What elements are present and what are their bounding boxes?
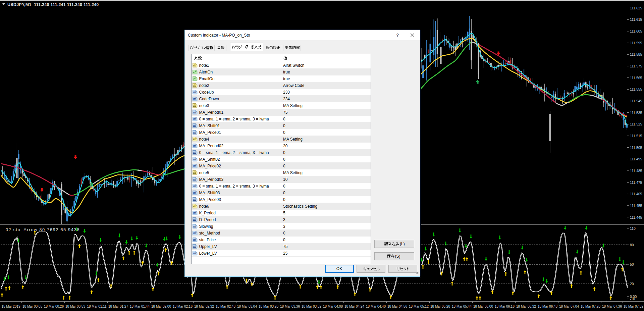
- svg-text:123: 123: [193, 218, 196, 221]
- svg-text:111.605: 111.605: [630, 29, 642, 33]
- svg-text:15 Mar 2019: 15 Mar 2019: [1, 305, 20, 308]
- svg-text:123: 123: [193, 252, 196, 254]
- svg-text:18 Mar 01:11: 18 Mar 01:11: [87, 305, 107, 308]
- svg-text:123: 123: [193, 124, 196, 127]
- svg-text:111.555: 111.555: [630, 87, 642, 91]
- svg-text:18 Mar 04:40: 18 Mar 04:40: [366, 305, 386, 308]
- svg-text:18 Mar 06:32: 18 Mar 06:32: [516, 305, 536, 308]
- svg-text:123: 123: [193, 185, 196, 187]
- svg-text:111.625: 111.625: [630, 6, 642, 10]
- svg-text:123: 123: [193, 232, 196, 234]
- svg-text:111.495: 111.495: [630, 157, 642, 161]
- svg-text:18 Mar 07:52: 18 Mar 07:52: [624, 305, 643, 308]
- svg-text:18 Mar 02:16: 18 Mar 02:16: [173, 305, 193, 308]
- svg-text:18 Mar 04:24: 18 Mar 04:24: [344, 305, 364, 308]
- svg-text:_02.sto_Arrow 80.7692 65.9438: _02.sto_Arrow 80.7692 65.9438: [2, 227, 80, 232]
- svg-text:111.545: 111.545: [630, 99, 642, 103]
- svg-text:111.455: 111.455: [630, 204, 642, 208]
- svg-text:18 Mar 06:00: 18 Mar 06:00: [473, 305, 493, 308]
- svg-text:111.575: 111.575: [630, 64, 642, 68]
- svg-text:123: 123: [193, 151, 196, 154]
- svg-text:ab: ab: [193, 138, 196, 141]
- svg-text:123: 123: [193, 212, 196, 214]
- svg-text:18 Mar 06:16: 18 Mar 06:16: [495, 305, 515, 308]
- svg-text:123: 123: [193, 198, 196, 201]
- svg-text:18 Mar 07:20: 18 Mar 07:20: [581, 305, 600, 308]
- svg-text:123: 123: [193, 118, 196, 120]
- svg-text:123: 123: [193, 145, 196, 147]
- svg-text:18 Mar 05:28: 18 Mar 05:28: [430, 305, 450, 308]
- svg-text:18 Mar 05:44: 18 Mar 05:44: [452, 305, 472, 308]
- svg-text:111.565: 111.565: [630, 76, 642, 80]
- svg-text:18 Mar 03:36: 18 Mar 03:36: [280, 305, 300, 308]
- svg-text:123: 123: [193, 245, 196, 248]
- svg-text:111.615: 111.615: [630, 17, 642, 21]
- svg-text:123: 123: [193, 225, 196, 227]
- svg-text:18 Mar 00:26: 18 Mar 00:26: [44, 305, 64, 308]
- svg-text:ab: ab: [193, 205, 196, 208]
- svg-text:111.445: 111.445: [630, 215, 642, 219]
- svg-text:18 Mar 03:04: 18 Mar 03:04: [237, 305, 257, 308]
- svg-text:123: 123: [193, 165, 196, 167]
- svg-text:18 Mar 00:05: 18 Mar 00:05: [22, 305, 42, 308]
- svg-text:123: 123: [193, 192, 196, 194]
- svg-text:18 Mar 04:56: 18 Mar 04:56: [387, 305, 407, 308]
- svg-text:111.525: 111.525: [630, 122, 642, 126]
- svg-text:111.475: 111.475: [630, 180, 642, 185]
- svg-text:18 Mar 02:48: 18 Mar 02:48: [216, 305, 235, 308]
- svg-text:18 Mar 04:08: 18 Mar 04:08: [323, 305, 343, 308]
- svg-text:18 Mar 00:53: 18 Mar 00:53: [65, 305, 85, 308]
- svg-text:111.585: 111.585: [630, 52, 642, 56]
- svg-text:USDJPY,M1 111.240 111.241 111: USDJPY,M1 111.240 111.241 111.240 111.24…: [7, 2, 99, 7]
- svg-text:111.505: 111.505: [630, 146, 642, 150]
- svg-text:123: 123: [193, 178, 196, 180]
- svg-text:123: 123: [193, 91, 196, 93]
- svg-text:18 Mar 02:00: 18 Mar 02:00: [151, 305, 171, 308]
- svg-text:111.535: 111.535: [630, 111, 642, 115]
- svg-text:110: 110: [630, 226, 636, 230]
- svg-text:111.515: 111.515: [630, 134, 642, 138]
- svg-text:18 Mar 07:36: 18 Mar 07:36: [602, 305, 622, 308]
- svg-text:ab: ab: [193, 84, 196, 87]
- svg-text:123: 123: [193, 98, 196, 100]
- svg-text:111.485: 111.485: [630, 169, 642, 173]
- svg-text:111.465: 111.465: [630, 192, 642, 196]
- svg-text:ab: ab: [193, 64, 196, 67]
- svg-text:18 Mar 01:44: 18 Mar 01:44: [130, 305, 150, 308]
- svg-text:18 Mar 03:20: 18 Mar 03:20: [259, 305, 278, 308]
- svg-text:ab: ab: [193, 171, 196, 174]
- svg-text:18 Mar 07:04: 18 Mar 07:04: [559, 305, 579, 308]
- svg-text:-10: -10: [630, 297, 635, 301]
- svg-text:111.595: 111.595: [630, 41, 642, 45]
- svg-text:50: 50: [630, 262, 634, 266]
- svg-text:18 Mar 03:52: 18 Mar 03:52: [302, 305, 321, 308]
- svg-text:123: 123: [193, 158, 196, 160]
- svg-text:ab: ab: [193, 104, 196, 107]
- svg-text:123: 123: [193, 131, 196, 134]
- svg-text:123: 123: [193, 239, 196, 241]
- svg-text:18 Mar 01:27: 18 Mar 01:27: [108, 305, 128, 308]
- svg-text:20: 20: [630, 282, 634, 286]
- svg-text:80: 80: [630, 243, 634, 247]
- svg-text:18 Mar 06:48: 18 Mar 06:48: [538, 305, 557, 308]
- svg-text:123: 123: [193, 111, 196, 113]
- svg-text:18 Mar 02:32: 18 Mar 02:32: [194, 305, 214, 308]
- svg-text:18 Mar 05:12: 18 Mar 05:12: [409, 305, 429, 308]
